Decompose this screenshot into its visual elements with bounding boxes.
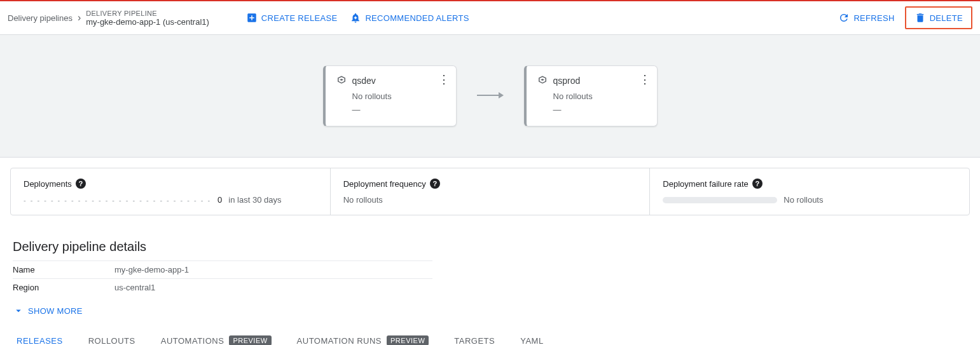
bell-add-icon xyxy=(350,12,361,24)
metric-value: No rollouts xyxy=(783,195,823,205)
metric-deployments: Deployments ? - - - - - - - - - - - - - … xyxy=(11,168,330,215)
refresh-label: Refresh xyxy=(853,13,894,23)
failure-rate-bar xyxy=(663,197,777,203)
metric-title: Deployment frequency xyxy=(343,179,426,189)
show-more-button[interactable]: Show more xyxy=(13,305,83,316)
target-kube-icon xyxy=(537,75,548,86)
tab-rollouts[interactable]: ROLLOUTS xyxy=(85,328,139,345)
details-section: Delivery pipeline details Name my-gke-de… xyxy=(0,226,980,323)
help-icon[interactable]: ? xyxy=(430,179,440,189)
sparkline-placeholder: - - - - - - - - - - - - - - - - - - - - … xyxy=(24,196,211,204)
refresh-button[interactable]: Refresh xyxy=(832,8,901,27)
target-kube-icon xyxy=(336,75,347,86)
tab-automation-runs[interactable]: AUTOMATION RUNSPREVIEW xyxy=(293,328,433,345)
recommended-alerts-label: Recommended alerts xyxy=(365,13,469,23)
svg-marker-1 xyxy=(499,92,504,98)
tab-releases[interactable]: RELEASES xyxy=(13,328,67,345)
page-header: Delivery pipelines › DELIVERY PIPELINE m… xyxy=(0,0,980,35)
detail-row: Name my-gke-demo-app-1 xyxy=(13,260,432,278)
breadcrumb-pipeline-name: my-gke-demo-app-1 (us-central1) xyxy=(86,17,209,27)
pipeline-canvas: qsdev ⋮ No rollouts — qsprod ⋮ No rollou… xyxy=(0,35,980,158)
help-icon[interactable]: ? xyxy=(752,179,763,189)
chevron-right-icon: › xyxy=(78,12,81,24)
detail-value: us-central1 xyxy=(114,283,155,292)
tab-label: YAML xyxy=(520,336,543,346)
breadcrumb-current: DELIVERY PIPELINE my-gke-demo-app-1 (us-… xyxy=(86,10,209,27)
metric-title: Deployment failure rate xyxy=(663,179,748,189)
details-heading: Delivery pipeline details xyxy=(13,240,967,254)
create-release-button[interactable]: Create release xyxy=(240,8,344,27)
stage-status: No rollouts xyxy=(352,91,446,101)
detail-key: Name xyxy=(13,265,114,274)
tab-label: RELEASES xyxy=(17,336,63,346)
preview-badge: PREVIEW xyxy=(387,335,429,345)
delete-button[interactable]: Delete xyxy=(908,8,969,27)
metric-suffix: in last 30 days xyxy=(228,195,281,205)
metric-title: Deployments xyxy=(24,179,72,189)
preview-badge: PREVIEW xyxy=(229,335,271,345)
stage-status: No rollouts xyxy=(553,91,647,101)
add-box-icon xyxy=(246,12,258,24)
metric-value: No rollouts xyxy=(343,195,383,205)
tab-label: TARGETS xyxy=(454,336,495,346)
tab-label: AUTOMATIONS xyxy=(161,336,224,346)
tab-label: AUTOMATION RUNS xyxy=(297,336,382,346)
stage-arrow-icon xyxy=(477,90,504,102)
detail-key: Region xyxy=(13,283,114,292)
delete-label: Delete xyxy=(930,13,963,23)
tab-automations[interactable]: AUTOMATIONSPREVIEW xyxy=(157,328,275,345)
detail-value: my-gke-demo-app-1 xyxy=(114,265,189,274)
stage-overflow-menu[interactable]: ⋮ xyxy=(639,74,651,85)
metric-frequency: Deployment frequency ? No rollouts xyxy=(330,168,650,215)
chevron-down-icon xyxy=(13,305,24,316)
metrics-panel: Deployments ? - - - - - - - - - - - - - … xyxy=(10,168,970,215)
stage-overflow-menu[interactable]: ⋮ xyxy=(438,74,450,85)
stage-name: qsprod xyxy=(553,76,581,86)
breadcrumb-type-label: DELIVERY PIPELINE xyxy=(86,10,209,17)
help-icon[interactable]: ? xyxy=(76,179,86,189)
stage-detail: — xyxy=(352,105,446,114)
stage-name: qsdev xyxy=(352,76,376,86)
tab-yaml[interactable]: YAML xyxy=(516,328,547,345)
tab-label: ROLLOUTS xyxy=(88,336,135,346)
metric-count: 0 xyxy=(217,195,222,205)
tab-targets[interactable]: TARGETS xyxy=(450,328,499,345)
stage-card[interactable]: qsdev ⋮ No rollouts — xyxy=(323,65,457,126)
stage-detail: — xyxy=(553,105,647,114)
refresh-icon xyxy=(838,12,850,24)
tab-bar: RELEASES ROLLOUTS AUTOMATIONSPREVIEW AUT… xyxy=(13,328,967,345)
trash-icon xyxy=(914,12,926,24)
stage-card[interactable]: qsprod ⋮ No rollouts — xyxy=(524,65,658,126)
breadcrumb-root[interactable]: Delivery pipelines xyxy=(8,13,72,23)
recommended-alerts-button[interactable]: Recommended alerts xyxy=(343,8,475,27)
detail-row: Region us-central1 xyxy=(13,278,432,296)
delete-highlight-box: Delete xyxy=(905,6,972,29)
metric-failure-rate: Deployment failure rate ? No rollouts xyxy=(649,168,969,215)
show-more-label: Show more xyxy=(28,306,83,316)
create-release-label: Create release xyxy=(261,13,338,23)
